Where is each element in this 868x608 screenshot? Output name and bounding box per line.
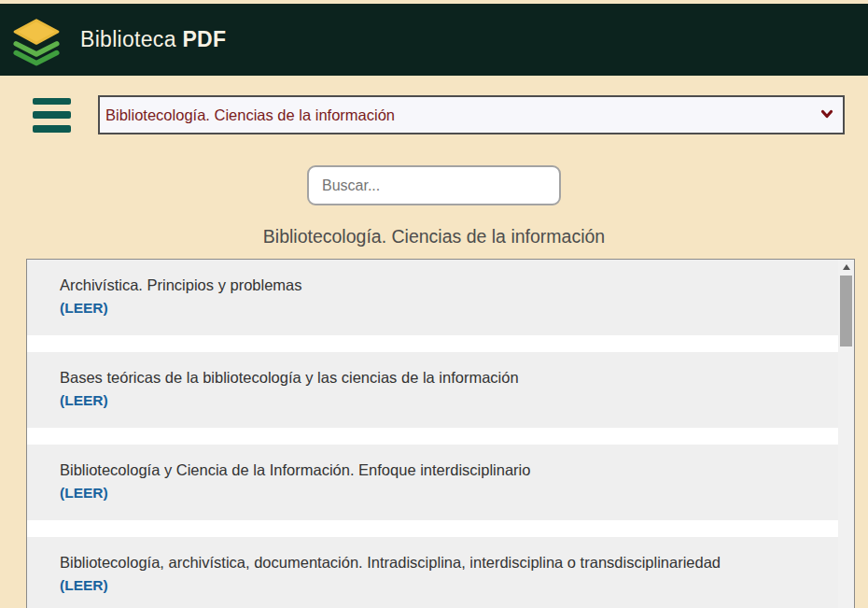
- page-title: Bibliotecología. Ciencias de la informac…: [0, 226, 868, 247]
- book-title: Bases teóricas de la bibliotecología y l…: [60, 367, 829, 388]
- menu-bar: [33, 98, 71, 106]
- app-title-bold: PDF: [182, 27, 226, 51]
- category-select[interactable]: Bibliotecología. Ciencias de la informac…: [98, 95, 845, 134]
- search-input[interactable]: [307, 165, 561, 205]
- menu-button[interactable]: [33, 98, 71, 133]
- book-title: Archivística. Principios y problemas: [60, 275, 829, 295]
- read-link[interactable]: (LEER): [60, 484, 108, 502]
- scroll-up-button[interactable]: [838, 260, 854, 275]
- scrollbar[interactable]: [838, 260, 854, 608]
- book-list-item: Bibliotecología, archivística, documenta…: [27, 537, 838, 608]
- read-link[interactable]: (LEER): [60, 299, 108, 317]
- book-title: Bibliotecología, archivística, documenta…: [60, 552, 829, 573]
- book-list-item: Archivística. Principios y problemas (LE…: [27, 260, 838, 335]
- read-link[interactable]: (LEER): [60, 576, 108, 594]
- category-select-wrap: Bibliotecología. Ciencias de la informac…: [98, 95, 845, 134]
- book-list-container[interactable]: Archivística. Principios y problemas (LE…: [26, 259, 855, 608]
- app-header: Biblioteca PDF: [0, 4, 868, 76]
- app-title: Biblioteca PDF: [80, 27, 226, 52]
- book-list-item: Bibliotecología y Ciencia de la Informac…: [27, 445, 838, 520]
- toolbar: Bibliotecología. Ciencias de la informac…: [33, 95, 845, 134]
- layers-logo-icon: [9, 13, 63, 67]
- search-row: [0, 165, 868, 205]
- read-link[interactable]: (LEER): [60, 391, 108, 409]
- menu-bar: [33, 111, 71, 119]
- app-title-regular: Biblioteca: [80, 27, 176, 51]
- book-list: Archivística. Principios y problemas (LE…: [27, 260, 854, 608]
- menu-bar: [33, 125, 71, 133]
- book-title: Bibliotecología y Ciencia de la Informac…: [60, 460, 829, 480]
- scroll-up-arrow-icon: [843, 264, 850, 270]
- book-list-item: Bases teóricas de la bibliotecología y l…: [27, 352, 838, 428]
- scrollbar-thumb[interactable]: [840, 276, 852, 346]
